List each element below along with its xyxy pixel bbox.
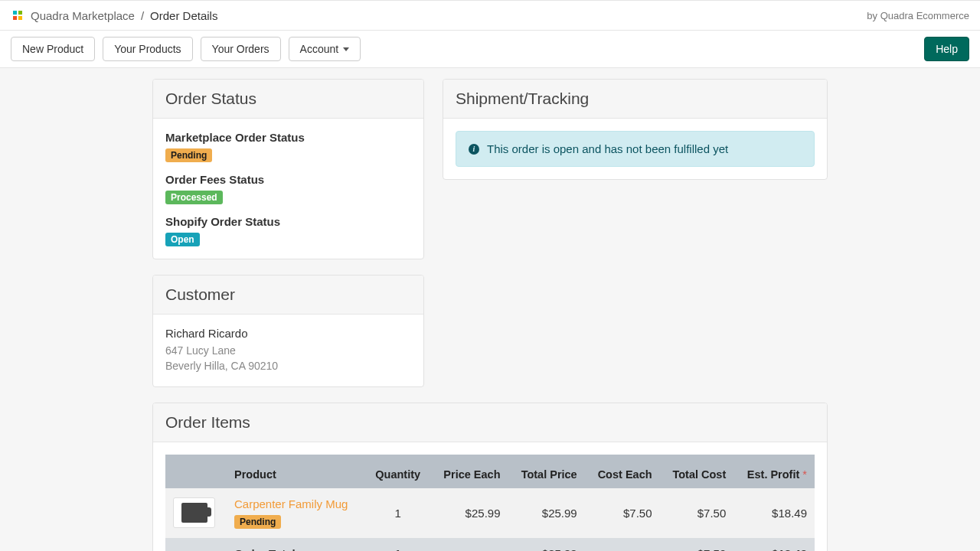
product-thumbnail[interactable] [173,497,215,528]
totals-cost-each [585,538,660,551]
marketplace-status-label: Marketplace Order Status [165,131,411,144]
order-status-card: Order Status Marketplace Order Status Pe… [152,79,424,259]
line-item-status-badge: Pending [234,515,281,529]
totals-total-price: $25.99 [508,538,585,551]
customer-header: Customer [153,276,423,315]
shopify-status-badge: Open [165,233,200,246]
help-button[interactable]: Help [924,37,969,61]
breadcrumb-current: Order Details [150,9,217,22]
totals-row: Order Totals: 1 $25.99 $7.50 $18.49 [165,538,815,551]
totals-est-profit: $18.49 [733,538,815,551]
customer-address-line1: 647 Lucy Lane [165,343,411,358]
customer-card: Customer Richard Ricardo 647 Lucy Lane B… [152,275,424,387]
order-status-header: Order Status [153,80,423,119]
totals-price-each [430,538,508,551]
customer-address-line2: Beverly Hilla, CA 90210 [165,358,411,373]
col-price-each: Price Each [430,455,508,488]
col-quantity: Quantity [365,455,430,488]
col-total-cost: Total Cost [660,455,734,488]
shipment-header: Shipment/Tracking [443,80,827,119]
breadcrumb: Quadra Marketplace / Order Details [11,8,217,22]
cell-cost-each: $7.50 [585,488,660,538]
totals-qty: 1 [365,538,430,551]
product-link[interactable]: Carpenter Family Mug [234,497,348,510]
shipment-card: Shipment/Tracking i This order is open a… [443,79,828,180]
fees-status-badge: Processed [165,191,223,204]
col-product: Product [227,455,365,488]
shopify-status-label: Shopify Order Status [165,215,411,228]
shipment-alert: i This order is open and has not been fu… [456,131,815,167]
footnote-star: * [802,468,807,481]
table-row: Carpenter Family Mug Pending 1 $25.99 $2… [165,488,815,538]
logo-icon [11,8,24,22]
col-cost-each: Cost Each [585,455,660,488]
byline: by Quadra Ecommerce [867,10,969,21]
breadcrumb-root[interactable]: Quadra Marketplace [31,9,135,22]
cell-total-price: $25.99 [508,488,585,538]
order-items-table: Product Quantity Price Each Total Price … [165,455,815,551]
info-icon: i [469,144,479,155]
col-total-price: Total Price [508,455,585,488]
your-orders-button[interactable]: Your Orders [201,37,281,61]
breadcrumb-sep: / [141,9,144,22]
cell-qty: 1 [365,488,430,538]
col-est-profit: Est. Profit * [733,455,815,488]
account-label: Account [300,43,339,55]
order-items-card: Order Items Product Quantity Price Each … [152,403,828,551]
cell-total-cost: $7.50 [660,488,734,538]
order-items-header: Order Items [153,403,827,442]
totals-label: Order Totals: [227,538,365,551]
new-product-button[interactable]: New Product [11,37,95,61]
your-products-button[interactable]: Your Products [103,37,192,61]
cell-price-each: $25.99 [430,488,508,538]
shipment-message: This order is open and has not been fulf… [487,142,728,155]
customer-name: Richard Ricardo [165,327,411,340]
chevron-down-icon [343,47,349,51]
fees-status-label: Order Fees Status [165,173,411,186]
totals-total-cost: $7.50 [660,538,734,551]
cell-est-profit: $18.49 [733,488,815,538]
account-dropdown[interactable]: Account [289,37,361,61]
marketplace-status-badge: Pending [165,148,212,162]
